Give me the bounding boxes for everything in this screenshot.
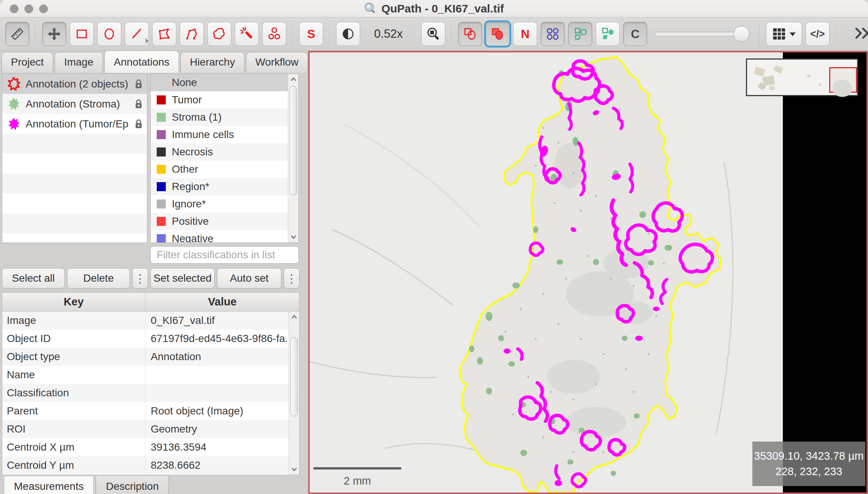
fill-detections-button[interactable] bbox=[596, 22, 620, 46]
auto-set-button[interactable]: Auto set bbox=[217, 268, 281, 288]
property-value: 67197f9d-ed45-4e63-9f86-fa... bbox=[145, 330, 289, 348]
opacity-slider-thumb[interactable] bbox=[734, 26, 749, 42]
close-window-icon[interactable] bbox=[10, 5, 18, 13]
show-annotations-button[interactable] bbox=[458, 22, 482, 46]
script-editor-button[interactable]: </> bbox=[805, 22, 830, 46]
scroll-down-icon[interactable] bbox=[291, 466, 297, 472]
details-tab[interactable]: Measurements bbox=[4, 476, 94, 494]
classification-item[interactable]: Region* bbox=[151, 178, 288, 195]
scrollbar-thumb[interactable] bbox=[290, 86, 297, 195]
classification-scrollbar[interactable] bbox=[288, 74, 298, 242]
fill-annotations-icon bbox=[490, 26, 506, 42]
selection-mode-button[interactable]: S bbox=[299, 22, 323, 46]
toolbar-separator bbox=[451, 21, 452, 46]
delete-button[interactable]: Delete bbox=[67, 268, 130, 288]
classification-item[interactable]: Stroma (1) bbox=[151, 109, 288, 126]
classification-item[interactable]: Tumor bbox=[151, 91, 288, 109]
lock-icon bbox=[134, 118, 143, 130]
brush-tool-button[interactable] bbox=[207, 22, 231, 46]
slide-viewer[interactable]: 2 mm 35309.10, 3423.78 µm 228, 232, 233 bbox=[308, 51, 868, 494]
classification-item[interactable]: Ignore* bbox=[151, 195, 288, 213]
annotation-list-item[interactable]: Annotation (Stroma) bbox=[2, 94, 147, 114]
classification-item[interactable]: Necrosis bbox=[151, 143, 288, 161]
table-row[interactable]: ROI Geometry bbox=[2, 420, 289, 438]
value-column-header[interactable]: Value bbox=[145, 293, 299, 311]
classification-list[interactable]: None Tumor Stroma (1) Immune cells bbox=[150, 74, 299, 243]
move-tool-button[interactable] bbox=[42, 22, 66, 46]
classification-actions: Set selected Auto set ⋮ bbox=[150, 268, 300, 288]
table-row[interactable]: Name bbox=[2, 366, 289, 384]
classification-filter-input[interactable] bbox=[150, 246, 299, 264]
panel-tab[interactable]: Annotations bbox=[104, 51, 179, 73]
classification-more-button[interactable]: ⋮ bbox=[284, 268, 300, 288]
wand-tool-button[interactable] bbox=[235, 22, 259, 46]
polygon-tool-button[interactable] bbox=[152, 22, 176, 46]
window-controls[interactable] bbox=[10, 5, 48, 13]
panel-tab[interactable]: Workflow bbox=[246, 52, 308, 73]
classification-label: None bbox=[172, 77, 197, 89]
opacity-slider[interactable] bbox=[654, 22, 749, 46]
panel-tabs: Project Image Annotations Hierarchy Work… bbox=[2, 52, 308, 73]
measure-tool-button[interactable] bbox=[5, 22, 29, 46]
ellipse-tool-button[interactable] bbox=[97, 22, 121, 46]
measurement-tables-button[interactable] bbox=[766, 22, 802, 46]
maximize-window-icon[interactable] bbox=[39, 5, 48, 13]
classification-item[interactable]: Immune cells bbox=[151, 126, 288, 143]
table-row[interactable]: Object type Annotation bbox=[2, 348, 289, 366]
overview-viewport-rectangle[interactable] bbox=[829, 67, 857, 93]
annotation-label: Annotation (Stroma) bbox=[26, 98, 129, 110]
minimize-window-icon[interactable] bbox=[24, 5, 33, 13]
brightness-contrast-button[interactable] bbox=[336, 22, 360, 46]
classification-item[interactable]: Positive bbox=[151, 213, 288, 230]
show-classification-button[interactable]: C bbox=[623, 22, 647, 46]
select-all-button[interactable]: Select all bbox=[2, 268, 65, 288]
zoom-to-fit-button[interactable] bbox=[421, 22, 445, 46]
points-tool-button[interactable] bbox=[262, 22, 286, 46]
property-key: Object ID bbox=[2, 330, 145, 348]
key-column-header[interactable]: Key bbox=[2, 293, 145, 311]
fill-annotations-button[interactable] bbox=[486, 22, 510, 46]
annotation-more-button[interactable]: ⋮ bbox=[132, 268, 148, 288]
details-tabs: Measurements Description bbox=[4, 476, 169, 494]
rectangle-tool-button[interactable] bbox=[70, 22, 94, 46]
fill-detections-icon bbox=[600, 26, 616, 42]
set-selected-button[interactable]: Set selected bbox=[150, 268, 215, 288]
annotation-list-item[interactable]: Annotation (Tumor/Epit... bbox=[2, 114, 147, 134]
table-row[interactable]: Centroid Y µm 8238.6662 bbox=[2, 456, 289, 474]
table-row[interactable]: Centroid X µm 39136.3594 bbox=[2, 438, 289, 456]
classification-color-swatch bbox=[157, 78, 166, 87]
show-names-button[interactable]: N bbox=[513, 22, 537, 46]
details-tab[interactable]: Description bbox=[96, 476, 169, 494]
overview-tissue-fragment bbox=[819, 84, 821, 86]
line-tool-button[interactable] bbox=[125, 22, 149, 46]
scroll-down-icon[interactable] bbox=[290, 234, 296, 240]
classification-item[interactable]: None bbox=[151, 74, 288, 91]
panel-tab[interactable]: Project bbox=[2, 52, 53, 73]
scrollbar-thumb[interactable] bbox=[290, 337, 298, 416]
annotation-shape-icon bbox=[7, 117, 20, 132]
property-value bbox=[145, 366, 289, 384]
scroll-up-icon[interactable] bbox=[291, 314, 297, 320]
toolbar-overflow-button[interactable] bbox=[846, 26, 868, 41]
show-detections-button[interactable] bbox=[568, 22, 592, 46]
polyline-tool-button[interactable] bbox=[180, 22, 204, 46]
properties-table-header[interactable]: Key Value bbox=[2, 293, 299, 311]
table-row[interactable]: Parent Root object (Image) bbox=[2, 402, 289, 420]
properties-scrollbar[interactable] bbox=[289, 311, 299, 475]
annotation-shape-icon bbox=[7, 97, 20, 112]
table-row[interactable]: Image 0_KI67_val.tif bbox=[2, 311, 289, 330]
annotation-list[interactable]: Annotation (2 objects) Annotation (Strom… bbox=[2, 74, 147, 243]
slide-overview-map[interactable] bbox=[746, 58, 858, 96]
classification-item[interactable]: Negative bbox=[151, 230, 288, 243]
slide-canvas[interactable] bbox=[310, 52, 783, 492]
table-row[interactable]: Object ID 67197f9d-ed45-4e63-9f86-fa... bbox=[2, 330, 289, 348]
scroll-up-icon[interactable] bbox=[290, 77, 296, 83]
classification-item[interactable]: Other bbox=[151, 161, 288, 178]
property-value: 39136.3594 bbox=[145, 438, 289, 456]
panel-tab[interactable]: Image bbox=[55, 52, 103, 73]
table-row[interactable]: Classification bbox=[2, 384, 289, 402]
zoom-magnification-value[interactable]: 0.52x bbox=[369, 27, 408, 41]
annotation-list-item[interactable]: Annotation (2 objects) bbox=[2, 74, 147, 94]
panel-tab[interactable]: Hierarchy bbox=[180, 52, 245, 73]
show-tma-grid-button[interactable] bbox=[541, 22, 565, 46]
